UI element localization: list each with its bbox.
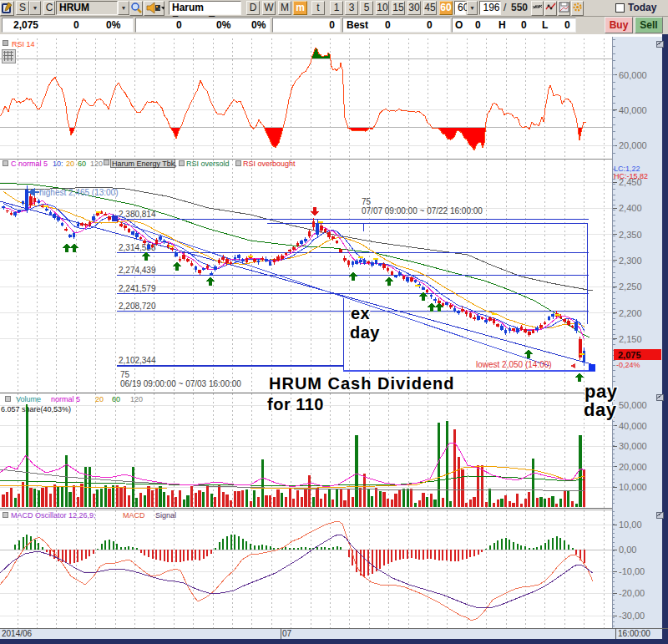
svg-text:10,000: 10,000 <box>619 482 647 492</box>
svg-text:06/19 09:00:00 ~ 07/03 16:00:0: 06/19 09:00:00 ~ 07/03 16:00:00 <box>120 379 241 388</box>
svg-text:2,350: 2,350 <box>619 230 642 240</box>
svg-text:RSI 14: RSI 14 <box>12 40 35 48</box>
svg-text:C normal 5: C normal 5 <box>11 160 48 168</box>
svg-text:07: 07 <box>282 629 292 638</box>
svg-text:75: 75 <box>120 370 130 379</box>
svg-text:20: 20 <box>95 395 104 403</box>
svg-text:10,00: 10,00 <box>619 520 642 530</box>
svg-text:50,000: 50,000 <box>619 400 647 410</box>
svg-text:day: day <box>584 399 617 420</box>
svg-text:2,380,814: 2,380,814 <box>119 210 156 219</box>
svg-text:40,000: 40,000 <box>619 105 647 115</box>
svg-text:10:: 10: <box>53 160 63 168</box>
svg-text:Volume: Volume <box>16 395 41 403</box>
svg-text:RSI oversold: RSI oversold <box>186 160 230 168</box>
svg-text:2,241,579: 2,241,579 <box>119 284 156 293</box>
svg-text:day: day <box>350 323 380 342</box>
svg-text:2,400: 2,400 <box>619 203 642 213</box>
svg-text:Signal: Signal <box>155 511 176 520</box>
svg-text:2,314,538: 2,314,538 <box>119 243 156 252</box>
svg-text:60: 60 <box>112 395 120 403</box>
svg-text:2,075: 2,075 <box>618 350 641 360</box>
svg-text:07/07 09:00:00 ~ 07/22 16:00:0: 07/07 09:00:00 ~ 07/22 16:00:00 <box>362 206 483 216</box>
svg-text:lowest 2,050 (14:00): lowest 2,050 (14:00) <box>476 360 552 369</box>
svg-text:HRUM Cash Dividend: HRUM Cash Dividend <box>269 374 454 393</box>
svg-text:-30,00: -30,00 <box>619 611 645 621</box>
svg-text:0,00: 0,00 <box>619 545 636 555</box>
svg-text:Harum Energy Tbk,: Harum Energy Tbk, <box>112 160 177 168</box>
svg-text:MACD Oscillator 12,26,9;: MACD Oscillator 12,26,9; <box>11 511 96 520</box>
svg-text:ex: ex <box>351 304 370 322</box>
svg-text:2,208,720: 2,208,720 <box>119 302 156 311</box>
svg-text:2,102,344: 2,102,344 <box>119 356 156 365</box>
svg-text:40,000: 40,000 <box>619 421 647 431</box>
svg-text:RSI overbought: RSI overbought <box>243 160 296 168</box>
svg-text:2,250: 2,250 <box>619 281 642 292</box>
svg-text:6.057 share(40,53%): 6.057 share(40,53%) <box>1 405 71 413</box>
svg-text:60: 60 <box>78 160 86 168</box>
svg-text:-20,00: -20,00 <box>619 588 645 598</box>
svg-text:30,000: 30,000 <box>619 441 647 451</box>
svg-text:120: 120 <box>90 160 103 168</box>
svg-text:60,000: 60,000 <box>619 70 647 80</box>
svg-text:-0,24%: -0,24% <box>616 361 640 369</box>
svg-text:16:00:00: 16:00:00 <box>618 629 650 638</box>
svg-text:-10,00: -10,00 <box>619 566 645 576</box>
svg-text:normal 5: normal 5 <box>51 395 80 403</box>
svg-text:120: 120 <box>130 395 143 403</box>
svg-text:75: 75 <box>362 197 372 206</box>
svg-text:2,150: 2,150 <box>619 334 642 344</box>
svg-text:2,200: 2,200 <box>619 308 642 318</box>
svg-text:20,000: 20,000 <box>619 462 647 472</box>
svg-text:2,300: 2,300 <box>619 256 642 266</box>
svg-text:for 110: for 110 <box>267 395 324 413</box>
svg-text:2,274,439: 2,274,439 <box>119 266 156 275</box>
svg-text:2014/06: 2014/06 <box>2 629 33 638</box>
svg-text:highest 2,465 (13:00): highest 2,465 (13:00) <box>39 188 119 197</box>
svg-text:MACD: MACD <box>123 511 145 520</box>
svg-text:20,000: 20,000 <box>619 140 647 150</box>
svg-text:20: 20 <box>66 160 74 168</box>
svg-text:HC:-15,82: HC:-15,82 <box>614 172 648 180</box>
